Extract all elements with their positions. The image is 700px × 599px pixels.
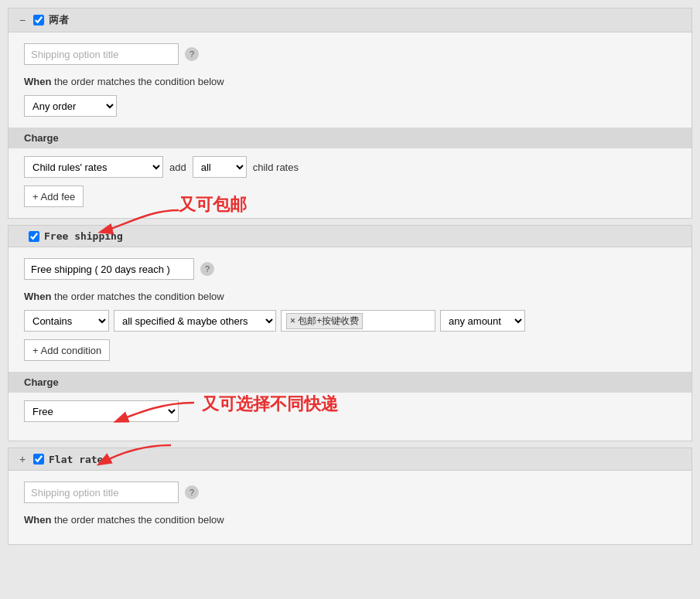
rule-block-flat-rate: + Flat rate ? When: [8, 448, 692, 545]
rule-title-free-shipping: Free shipping: [44, 230, 123, 242]
when-row-2: When the order matches the condition bel…: [24, 291, 676, 302]
charge-section-label-2: Charge: [9, 372, 691, 393]
rule-content-flat-rate: ? When the order matches the condition b…: [9, 471, 691, 544]
add-fee-button-1[interactable]: + Add fee: [24, 185, 84, 207]
order-condition-row-1: Any order Specific order: [24, 95, 676, 117]
annotation-kuaidi: 又可选择不同快递: [202, 393, 338, 416]
shipping-title-input-1[interactable]: [24, 43, 179, 65]
when-label-2: When: [24, 291, 51, 302]
help-icon-3[interactable]: ?: [185, 485, 199, 499]
tag-input-area[interactable]: × 包邮+按键收费: [281, 310, 435, 332]
checkbox-flat-rate[interactable]: [33, 454, 44, 465]
rule-block-liangzhe: − 两者 ? When the order matches the condit…: [8, 8, 692, 219]
expand-icon-flat-rate[interactable]: +: [16, 453, 29, 465]
charge-section-label-1: Charge: [9, 128, 691, 148]
when-row-1: When the order matches the condition bel…: [24, 76, 676, 87]
checkbox-free-shipping[interactable]: [29, 231, 39, 242]
rule-block-free-shipping: Free shipping 又可包邮 ? When: [8, 225, 692, 441]
shipping-title-row-1: ?: [24, 43, 676, 65]
any-order-select-1[interactable]: Any order Specific order: [24, 95, 117, 117]
add-label-1: add: [169, 162, 186, 173]
when-text-3: the order matches the condition below: [54, 514, 224, 526]
when-row-3: When the order matches the condition bel…: [24, 514, 676, 526]
rule-content-free-shipping: ? When the order matches the condition b…: [9, 247, 691, 441]
child-rates-label-1: child rates: [253, 162, 299, 173]
collapse-icon-liangzhe[interactable]: −: [16, 14, 29, 26]
checkbox-liangzhe[interactable]: [33, 15, 44, 26]
when-label-3: When: [24, 514, 51, 526]
charge-type-select-1[interactable]: Child rules' rates Free Flat rate: [24, 156, 163, 178]
rule-header-free-shipping: Free shipping 又可包邮: [9, 226, 691, 247]
shipping-title-row-3: ?: [24, 482, 676, 503]
when-text-2: the order matches the condition below: [54, 291, 224, 302]
help-icon-2[interactable]: ?: [200, 262, 214, 276]
any-amount-select[interactable]: any amount specific amount: [440, 310, 525, 332]
when-label-1: When: [24, 76, 51, 87]
charge-row-2: Free Flat rate 又可选择不同快递: [24, 400, 676, 422]
shipping-title-input-3[interactable]: [24, 482, 179, 503]
condition-row-1: Contains Does not contain all specified …: [24, 310, 676, 332]
charge-row-1: Child rules' rates Free Flat rate add al…: [24, 156, 676, 178]
shipping-title-row-2: ?: [24, 258, 676, 280]
free-select[interactable]: Free Flat rate: [24, 400, 179, 422]
shipping-title-input-2[interactable]: [24, 258, 194, 280]
all-specified-select[interactable]: all specified & maybe others exactly any…: [114, 310, 276, 332]
rule-header-liangzhe: − 两者: [9, 9, 691, 32]
contains-select[interactable]: Contains Does not contain: [24, 310, 109, 332]
add-condition-button[interactable]: + Add condition: [24, 339, 110, 361]
rule-title-liangzhe: 两者: [49, 13, 69, 27]
rule-title-flat-rate: Flat rate: [49, 454, 103, 465]
tag-baoyou: × 包邮+按键收费: [286, 313, 363, 329]
when-text-1: the order matches the condition below: [54, 76, 224, 87]
add-all-select-1[interactable]: all some: [193, 156, 247, 178]
rule-content-liangzhe: ? When the order matches the condition b…: [9, 32, 691, 218]
rule-header-flat-rate: + Flat rate: [9, 448, 691, 471]
help-icon-1[interactable]: ?: [185, 47, 199, 61]
